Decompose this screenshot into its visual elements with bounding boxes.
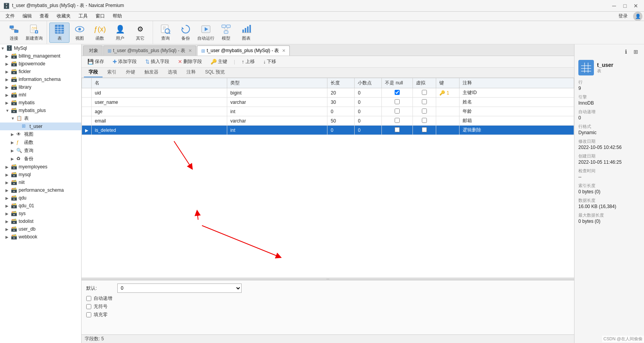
toolbar-autorun[interactable]: 自动运行 — [196, 23, 216, 43]
minimize-button[interactable]: ─ — [609, 2, 619, 10]
menu-tools[interactable]: 工具 — [75, 12, 92, 20]
field-virtual-cell[interactable] — [413, 116, 436, 126]
field-tab-options[interactable]: 选项 — [163, 68, 182, 77]
not-null-checkbox[interactable] — [395, 99, 400, 104]
toolbar-view[interactable]: 视图 — [70, 23, 90, 43]
field-tab-fields[interactable]: 字段 — [84, 68, 103, 77]
not-null-checkbox[interactable] — [395, 108, 400, 114]
auto-increment-checkbox[interactable] — [86, 296, 91, 301]
field-virtual-cell[interactable] — [413, 88, 436, 98]
sidebar-item-mhl[interactable]: ▶ 🗃️ mhl — [0, 91, 81, 99]
field-tab-comment[interactable]: 注释 — [182, 68, 200, 77]
field-name-cell[interactable]: age — [92, 107, 227, 116]
menu-edit[interactable]: 编辑 — [19, 12, 36, 20]
field-type-cell[interactable]: int — [227, 126, 327, 135]
sidebar-item-mybatis[interactable]: ▶ 🗃️ mybatis — [0, 99, 81, 107]
menu-file[interactable]: 文件 — [2, 12, 19, 20]
toolbar-connect[interactable]: 连接 — [4, 23, 24, 43]
field-not-null-cell[interactable] — [382, 126, 413, 135]
sidebar-item-bjpowernode[interactable]: ▶ 🗃️ bjpowernode — [0, 60, 81, 68]
sidebar-item-billing_management[interactable]: ▶ 🗃️ billing_management — [0, 52, 81, 60]
table-row[interactable]: emailvarchar500邮箱 — [82, 116, 574, 126]
not-null-checkbox[interactable] — [395, 127, 400, 132]
sidebar-item-webbook[interactable]: ▶ 🗃️ webbook — [0, 233, 81, 241]
sidebar-item-t_user[interactable]: ⊞ t_user — [0, 122, 81, 130]
toolbar-other[interactable]: ⚙ 其它 — [130, 23, 150, 43]
tab-2-close-icon[interactable]: ✕ — [282, 48, 285, 53]
sidebar-item-qdu[interactable]: ▶ 🗃️ qdu — [0, 194, 81, 202]
sidebar-item-functions-group[interactable]: ▶ ƒ 函数 — [0, 138, 81, 147]
not-null-checkbox[interactable] — [395, 118, 400, 123]
menu-view[interactable]: 查看 — [36, 12, 53, 20]
not-null-checkbox[interactable] — [395, 90, 400, 95]
sidebar-item-mysql[interactable]: ▶ 🗃️ mysql — [0, 171, 81, 178]
field-name-cell[interactable]: is_deleted — [92, 126, 227, 135]
info-btn-grid[interactable]: ⊞ — [632, 47, 640, 56]
field-virtual-cell[interactable] — [413, 98, 436, 107]
field-not-null-cell[interactable] — [382, 98, 413, 107]
move-down-button[interactable]: ↓ 下移 — [260, 57, 280, 66]
tab-object[interactable]: 对象 — [83, 46, 103, 56]
sidebar-item-views-group[interactable]: ▶ 👁 视图 — [0, 130, 81, 138]
toolbar-new-query[interactable]: ƒ(x) 新建查询 — [24, 23, 44, 43]
field-type-cell[interactable]: bigint — [227, 88, 327, 98]
menu-favorites[interactable]: 收藏夹 — [53, 12, 75, 20]
toolbar-query[interactable]: 查询 — [155, 23, 176, 43]
sidebar-item-sys[interactable]: ▶ 🗃️ sys — [0, 210, 81, 217]
sidebar-item-niit[interactable]: ▶ 🗃️ niit — [0, 178, 81, 186]
menu-help[interactable]: 帮助 — [109, 12, 126, 20]
close-button[interactable]: ✕ — [631, 2, 641, 10]
sidebar-item-mybatis_plus[interactable]: ▼ 🗃️ mybatis_plus — [0, 107, 81, 114]
maximize-button[interactable]: □ — [620, 2, 630, 10]
toolbar-chart[interactable]: 图表 — [236, 23, 256, 43]
field-name-cell[interactable]: uid — [92, 88, 227, 98]
field-not-null-cell[interactable] — [382, 88, 413, 98]
sidebar-item-information_schema[interactable]: ▶ 🗃️ information_schema — [0, 75, 81, 83]
delete-field-button[interactable]: ✕ 删除字段 — [174, 57, 205, 66]
virtual-checkbox[interactable] — [422, 108, 427, 114]
field-type-cell[interactable]: int — [227, 107, 327, 116]
move-up-button[interactable]: ↑ 上移 — [238, 57, 258, 66]
field-tab-index[interactable]: 索引 — [103, 68, 121, 77]
field-tab-foreign-key[interactable]: 外键 — [121, 68, 140, 77]
sidebar-item-qdu_01[interactable]: ▶ 🗃️ qdu_01 — [0, 202, 81, 210]
field-tab-trigger[interactable]: 触发器 — [140, 68, 163, 77]
sidebar-item-todolist[interactable]: ▶ 🗃️ todolist — [0, 217, 81, 225]
info-btn-info[interactable]: ℹ — [621, 47, 630, 56]
field-virtual-cell[interactable] — [413, 126, 436, 135]
sidebar-item-performance_schema[interactable]: ▶ 🗃️ performance_schema — [0, 186, 81, 194]
table-row[interactable]: ▶is_deletedint00逻辑删除 — [82, 126, 574, 135]
save-button[interactable]: 💾 保存 — [84, 57, 108, 66]
toolbar-table[interactable]: 表 — [49, 23, 70, 43]
login-button[interactable]: 登录 — [614, 12, 632, 20]
unsigned-checkbox[interactable] — [86, 304, 91, 309]
sidebar-item-fickler[interactable]: ▶ 🗃️ fickler — [0, 68, 81, 75]
tab-1-close-icon[interactable]: ✕ — [188, 48, 192, 53]
virtual-checkbox[interactable] — [422, 127, 427, 132]
virtual-checkbox[interactable] — [422, 90, 427, 95]
toolbar-model[interactable]: 模型 — [216, 23, 236, 43]
table-row[interactable]: ageint00年龄 — [82, 107, 574, 116]
field-not-null-cell[interactable] — [382, 107, 413, 116]
add-field-button[interactable]: ✚ 添加字段 — [109, 57, 140, 66]
sidebar-root-mysql[interactable]: ▼ 🗄️ MySql — [0, 44, 81, 52]
field-name-cell[interactable]: email — [92, 116, 227, 126]
virtual-checkbox[interactable] — [422, 99, 427, 104]
field-type-cell[interactable]: varchar — [227, 98, 327, 107]
field-not-null-cell[interactable] — [382, 116, 413, 126]
sidebar-item-myemployees[interactable]: ▶ 🗃️ myemployees — [0, 163, 81, 171]
tab-t-user-2[interactable]: ⊞ t_user @mybatis_plus (MySql) - 表 ✕ — [197, 46, 290, 56]
field-name-cell[interactable]: user_name — [92, 98, 227, 107]
sidebar-item-queries-group[interactable]: ▶ 🔍 查询 — [0, 147, 81, 155]
tab-t-user-1[interactable]: ⊞ t_user @mybatis_plus (MySql) - 表 ✕ — [103, 46, 196, 56]
field-virtual-cell[interactable] — [413, 107, 436, 116]
field-type-cell[interactable]: varchar — [227, 116, 327, 126]
field-tab-sql-preview[interactable]: SQL 预览 — [200, 68, 230, 77]
toolbar-backup[interactable]: 备份 — [176, 23, 196, 43]
menu-window[interactable]: 窗口 — [92, 12, 109, 20]
toolbar-user[interactable]: 👤 用户 — [110, 23, 130, 43]
table-row[interactable]: uidbigint200🔑 1主键ID — [82, 88, 574, 98]
table-row[interactable]: user_namevarchar300姓名 — [82, 98, 574, 107]
sidebar-item-library[interactable]: ▶ 🗃️ library — [0, 83, 81, 91]
insert-field-button[interactable]: ⇅ 插入字段 — [142, 57, 173, 66]
